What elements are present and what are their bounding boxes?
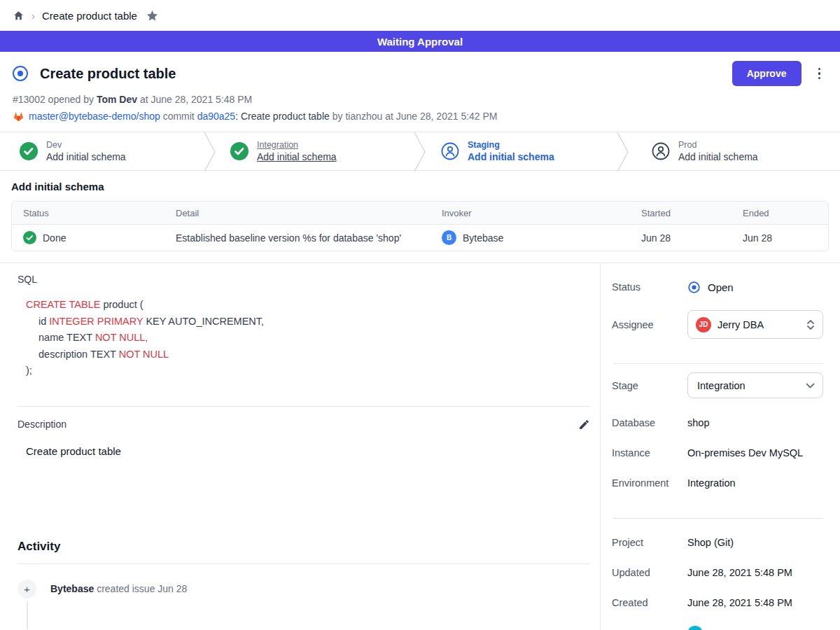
open-status-icon <box>687 281 701 294</box>
task-section-heading: Add initial schema <box>11 181 829 192</box>
issue-open-status-icon <box>11 64 29 83</box>
database-label: Database <box>612 417 687 428</box>
col-status: Status <box>12 208 164 218</box>
stage-env-label: Dev <box>46 139 126 150</box>
stage-task-label: Add initial schema <box>46 150 126 163</box>
stage-separator-icon <box>615 132 631 172</box>
task-detail: Established baseline version %s for data… <box>164 232 430 244</box>
col-ended: Ended <box>732 208 828 218</box>
issue-title: Create product table <box>40 66 176 82</box>
commit-word: commit <box>163 111 195 122</box>
issue-open-time: at June 28, 2021 5:48 PM <box>140 94 252 105</box>
stage-task-label: Add initial schema <box>257 150 337 163</box>
stage-done-check-icon <box>230 142 248 160</box>
activity-plus-icon: + <box>18 580 36 598</box>
stage-select[interactable]: Integration <box>687 372 823 398</box>
sql-code-block: CREATE TABLE product ( id INTEGER PRIMAR… <box>26 297 590 379</box>
invoker-avatar: B <box>442 230 456 245</box>
task-ended: Jun 28 <box>732 232 828 244</box>
issue-opener: Tom Dev <box>97 94 137 105</box>
stage-env-label: Staging <box>468 139 554 150</box>
breadcrumb-page-title: Create product table <box>42 10 137 22</box>
col-started: Started <box>630 208 732 218</box>
environment-label: Environment <box>612 477 687 489</box>
stage-env-label: Integration <box>257 139 337 150</box>
stage-value: Integration <box>697 380 799 391</box>
timeline-line <box>27 601 28 629</box>
task-started: Jun 28 <box>630 232 732 244</box>
stage-pending-person-icon <box>652 142 670 160</box>
updown-chevron-icon <box>806 319 815 330</box>
task-done-check-icon <box>23 231 36 244</box>
instance-value: On-premises Dev MySQL <box>687 447 823 458</box>
created-value: June 28, 2021 5:48 PM <box>687 597 823 608</box>
description-body: Create product table <box>26 445 590 457</box>
activity-action: created issue Jun 28 <box>97 583 187 594</box>
edit-pencil-icon[interactable] <box>578 419 590 430</box>
task-table: Status Detail Invoker Started Ended Done… <box>11 201 829 251</box>
stage-staging[interactable]: Staging Add initial schema <box>419 132 629 170</box>
stage-separator-icon <box>412 132 428 172</box>
sql-line: id INTEGER PRIMARY KEY AUTO_INCREMENT, <box>26 314 590 330</box>
activity-divider <box>18 564 590 564</box>
gitlab-icon <box>13 111 24 122</box>
favorite-star-icon[interactable] <box>144 9 159 22</box>
issue-header: Create product table Approve #13002 open… <box>0 52 840 132</box>
approve-button[interactable]: Approve <box>732 61 802 86</box>
chevron-down-icon <box>806 383 815 388</box>
home-icon[interactable] <box>13 10 24 22</box>
assignee-avatar: JD <box>696 317 711 332</box>
commit-branch-link[interactable]: master@bytebase-demo/shop <box>29 111 160 122</box>
updated-value: June 28, 2021 5:48 PM <box>687 567 823 578</box>
assignee-label: Assignee <box>612 319 687 330</box>
commit-message: : Create product table <box>235 111 330 122</box>
stage-env-label: Prod <box>678 139 758 150</box>
project-value: Shop (Git) <box>687 537 823 548</box>
sql-line: ); <box>26 363 590 379</box>
task-table-header: Status Detail Invoker Started Ended <box>12 202 828 225</box>
stage-done-check-icon <box>20 142 38 160</box>
project-label: Project <box>612 537 687 548</box>
issue-sidebar: Status Open Assignee JD Jerry DBA Stage <box>600 263 840 630</box>
task-section: Add initial schema Status Detail Invoker… <box>0 171 840 263</box>
breadcrumb-separator-icon: › <box>31 10 35 22</box>
updated-label: Updated <box>612 567 687 578</box>
stage-pending-person-icon <box>441 142 459 160</box>
stage-integration[interactable]: Integration Add initial schema <box>208 132 419 170</box>
col-invoker: Invoker <box>430 208 630 218</box>
activity-item: + Bytebase created issue Jun 28 <box>18 580 590 616</box>
sql-line: description TEXT NOT NULL <box>26 346 590 363</box>
activity-actor: Bytebase <box>50 583 94 594</box>
assignee-value: Jerry DBA <box>718 319 800 330</box>
created-label: Created <box>612 597 687 608</box>
activity-heading: Activity <box>18 540 590 554</box>
sidebar-divider <box>613 363 823 364</box>
issue-meta: #13002 opened by Tom Dev at June 28, 202… <box>13 94 829 105</box>
status-value: Open <box>708 281 734 293</box>
database-value: shop <box>687 417 823 428</box>
more-actions-icon[interactable] <box>816 65 824 83</box>
assignee-select[interactable]: JD Jerry DBA <box>687 310 823 339</box>
sql-line: CREATE TABLE product ( <box>26 297 590 314</box>
description-label: Description <box>18 419 66 430</box>
task-invoker: Bytebase <box>463 232 503 244</box>
task-status: Done <box>43 232 66 244</box>
status-label: Status <box>612 281 687 293</box>
stage-dev[interactable]: Dev Add initial schema <box>0 132 208 170</box>
commit-hash-link[interactable]: da90a25 <box>197 111 236 122</box>
stage-separator-icon <box>202 132 218 172</box>
section-divider <box>18 406 590 407</box>
approval-banner: Waiting Approval <box>0 31 840 52</box>
stage-task-label: Add initial schema <box>678 150 758 163</box>
sidebar-divider <box>613 518 823 519</box>
approval-banner-text: Waiting Approval <box>377 36 463 48</box>
pipeline-stage-bar: Dev Add initial schema Integration Add i… <box>0 132 840 171</box>
instance-label: Instance <box>612 447 687 458</box>
task-table-row[interactable]: Done Established baseline version %s for… <box>12 225 828 251</box>
issue-main-panel: SQL CREATE TABLE product ( id INTEGER PR… <box>0 263 600 630</box>
breadcrumb: › Create product table <box>0 0 840 31</box>
stage-prod[interactable]: Prod Add initial schema <box>629 132 840 170</box>
environment-value: Integration <box>687 477 823 489</box>
col-detail: Detail <box>164 208 430 218</box>
commit-author-time: by tianzhou at June 28, 2021 5:42 PM <box>332 111 498 122</box>
